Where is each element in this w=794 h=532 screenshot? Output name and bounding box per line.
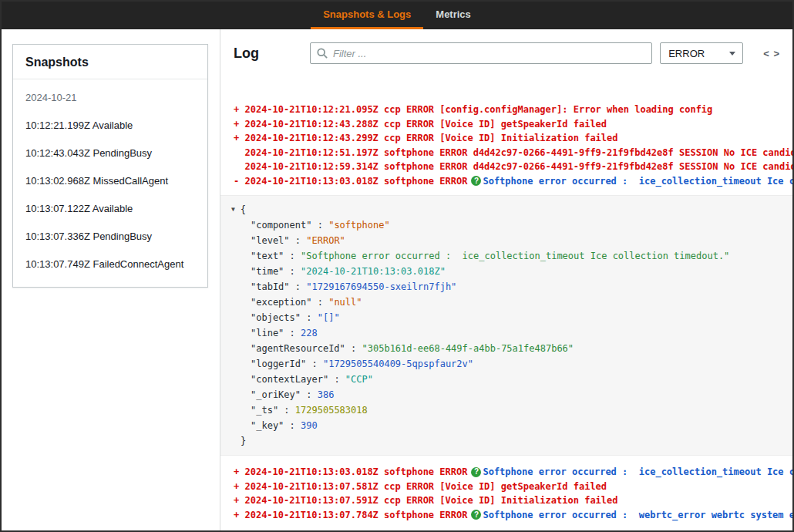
expand-panel-icon[interactable]: < > [763, 48, 780, 59]
log-entry[interactable]: + 2024-10-21T10:13:07.591Z ccp ERROR [Vo… [234, 493, 792, 508]
snapshot-item[interactable]: 10:13:07.336Z PendingBusy [25, 231, 195, 242]
log-level-dropdown[interactable]: ERROR [660, 42, 743, 64]
snapshot-item[interactable]: 10:13:07.749Z FailedConnectAgent [25, 258, 195, 270]
filter-input[interactable] [333, 48, 645, 59]
app-window: Snapshots & Logs Metrics Snapshots 2024-… [0, 0, 794, 532]
json-rows: "component" : "softphone""level" : "ERRO… [230, 217, 783, 433]
json-row: "agentResourceId" : "305b161d-ee68-449f-… [230, 341, 783, 356]
help-icon: ? [471, 176, 481, 186]
json-open-row: ▼ { [230, 202, 783, 217]
tab-snapshots-logs[interactable]: Snapshots & Logs [311, 2, 423, 29]
json-row: "time" : "2024-10-21T10:13:03.018Z" [230, 264, 783, 279]
snapshots-title: Snapshots [13, 45, 207, 79]
log-entry[interactable]: + 2024-10-21T10:13:03.018Z softphone ERR… [234, 465, 792, 480]
tab-metrics[interactable]: Metrics [423, 2, 483, 29]
snapshot-item[interactable]: 10:12:43.043Z PendingBusy [25, 147, 195, 159]
snapshot-item[interactable]: 10:12:21.199Z Available [25, 120, 195, 131]
search-icon [317, 48, 328, 59]
log-detail-json: ▼ { "component" : "softphone""level" : "… [220, 195, 792, 456]
json-row: "contextLayer" : "CCP" [230, 372, 783, 387]
snapshots-panel: Snapshots 2024-10-21 10:12:21.199Z Avail… [12, 44, 208, 288]
log-entry[interactable]: + 2024-10-21T10:12:43.288Z ccp ERROR [Vo… [234, 117, 792, 132]
json-row: "objects" : "[]" [230, 310, 783, 325]
log-header: Log ERROR < > [220, 29, 792, 73]
log-level-value: ERROR [668, 48, 705, 59]
json-close-brace: } [230, 433, 783, 449]
json-row: "tabId" : "1729167694550-sxeilrn7fjh" [230, 279, 783, 295]
json-row: "exception" : "null" [230, 295, 783, 310]
help-icon: ? [471, 510, 481, 520]
log-entry[interactable]: + 2024-10-21T10:13:07.784Z softphone ERR… [234, 508, 792, 523]
filter-box [310, 42, 652, 64]
log-entry[interactable]: 2024-10-21T10:12:51.197Z softphone ERROR… [234, 146, 792, 160]
json-row: "_key" : 390 [230, 418, 783, 433]
sidebar: Snapshots 2024-10-21 10:12:21.199Z Avail… [2, 29, 220, 530]
log-entry[interactable]: + 2024-10-21T10:12:21.095Z ccp ERROR [co… [234, 103, 792, 117]
json-row: "_ts" : 1729505583018 [230, 402, 783, 418]
log-entries-top: + 2024-10-21T10:12:21.095Z ccp ERROR [co… [220, 73, 792, 188]
json-row: "component" : "softphone" [230, 217, 783, 233]
collapse-toggle-icon[interactable]: ▼ [231, 202, 235, 217]
log-entry[interactable]: - 2024-10-21T10:13:03.018Z softphone ERR… [234, 174, 792, 189]
chevron-down-icon [729, 52, 735, 56]
json-row: "line" : 228 [230, 325, 783, 341]
log-entry[interactable]: + 2024-10-21T10:13:07.581Z ccp ERROR [Vo… [234, 480, 792, 494]
json-open-brace: { [241, 202, 246, 217]
json-row: "text" : "Softphone error occurred : ice… [230, 248, 783, 264]
snapshot-date: 2024-10-21 [25, 92, 195, 103]
snapshot-item[interactable]: 10:13:07.122Z Available [25, 203, 195, 214]
snapshot-item[interactable]: 10:13:02.968Z MissedCallAgent [25, 175, 195, 187]
top-nav: Snapshots & Logs Metrics [2, 2, 792, 29]
main-content: Snapshots 2024-10-21 10:12:21.199Z Avail… [2, 29, 792, 530]
snapshot-list: 2024-10-21 10:12:21.199Z Available10:12:… [13, 79, 207, 287]
log-panel: Log ERROR < > + 2024-10-21T10:12:21.095Z… [220, 29, 792, 530]
log-title: Log [234, 45, 259, 62]
log-entries-bottom: + 2024-10-21T10:13:03.018Z softphone ERR… [220, 462, 792, 522]
json-row: "loggerId" : "1729505540409-5qpspfaur2v" [230, 356, 783, 372]
json-row: "level" : "ERROR" [230, 233, 783, 248]
help-icon: ? [471, 467, 481, 477]
log-entry[interactable]: + 2024-10-21T10:12:43.299Z ccp ERROR [Vo… [234, 131, 792, 146]
json-row: "_oriKey" : 386 [230, 387, 783, 402]
log-entry[interactable]: 2024-10-21T10:12:59.314Z softphone ERROR… [234, 160, 792, 174]
